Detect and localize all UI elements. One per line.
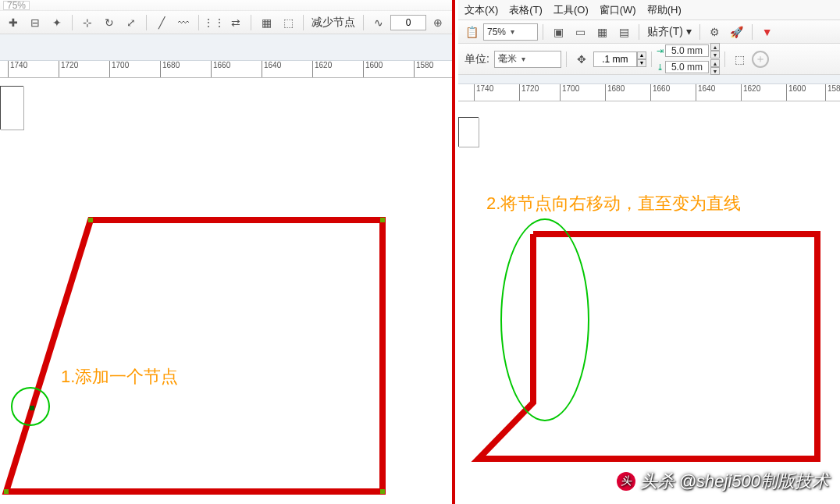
dup-x-row[interactable]: ⇥ 5.0 mm ▲▼: [657, 43, 720, 59]
reflect-h-icon[interactable]: ⇄: [226, 13, 246, 32]
annotation-circle-1: [11, 387, 50, 426]
delete-node-icon[interactable]: ⊟: [25, 13, 45, 32]
tick-label: 1720: [61, 61, 78, 69]
menu-help[interactable]: 帮助(H): [647, 3, 682, 17]
spinner-buttons[interactable]: ▲▼: [710, 43, 720, 59]
nudge-input[interactable]: .1 mm ▲▼: [593, 51, 646, 67]
svg-marker-0: [6, 220, 383, 492]
separator: [543, 24, 543, 40]
zoom-combo-cut[interactable]: 75%: [3, 1, 30, 10]
nudge-icon: ✥: [571, 50, 592, 69]
angle-input[interactable]: 0: [390, 15, 426, 30]
dup-y-icon: ⤓: [657, 62, 664, 73]
unit-combo[interactable]: 毫米 ▾: [494, 51, 561, 68]
canvas-left[interactable]: 1.添加一个节点: [0, 86, 452, 504]
separator: [363, 15, 364, 30]
separator: [198, 15, 199, 30]
app-launcher-icon[interactable]: ▼: [757, 23, 778, 41]
tick-label: 1680: [607, 84, 625, 93]
tab-strip: [0, 34, 452, 61]
ruler-horizontal-right: 1740 1720 1700 1680 1660 1640 1620 1600 …: [458, 84, 840, 101]
snap-dropdown[interactable]: 贴齐(T) ▾: [644, 25, 695, 39]
chevron-down-icon: ▾: [521, 55, 525, 63]
reduce-nodes-button[interactable]: 减少节点: [308, 16, 358, 30]
separator: [303, 15, 304, 30]
add-preset-button[interactable]: ＋: [752, 51, 769, 68]
top-toolbar-partial: 75%: [0, 0, 452, 11]
paste-icon[interactable]: 📋: [461, 23, 482, 41]
zoom-value: 75%: [7, 0, 26, 11]
tick-label: 1720: [521, 84, 539, 93]
separator: [566, 51, 567, 67]
show-rulers-icon[interactable]: ▭: [570, 23, 590, 41]
angle-value: 0: [406, 17, 411, 28]
fullscreen-icon[interactable]: ▣: [548, 23, 568, 41]
ruler-horizontal-left: 1740 1720 1700 1680 1660 1640 1620 1600 …: [0, 61, 452, 78]
nudge-value: .1 mm: [602, 54, 628, 65]
chevron-down-icon: ▾: [511, 27, 514, 36]
show-grid-icon[interactable]: ▦: [592, 23, 612, 41]
canvas-right[interactable]: 2.将节点向右移动，直至变为直线: [458, 117, 840, 504]
spacer: [458, 75, 840, 84]
tick-label: 1600: [788, 84, 806, 93]
tick-label: 1620: [315, 61, 332, 69]
dup-x-icon: ⇥: [657, 46, 664, 56]
tick-label: 1660: [213, 61, 230, 69]
snap-label: 贴齐(T): [647, 25, 683, 37]
tick-label: 1700: [112, 61, 129, 69]
elastic-icon[interactable]: ▦: [256, 13, 276, 32]
svg-rect-3: [380, 489, 385, 494]
options-icon[interactable]: ⊕: [428, 13, 448, 32]
show-guides-icon[interactable]: ▤: [614, 23, 634, 41]
annotation-text-2: 2.将节点向右移动，直至变为直线: [486, 192, 741, 215]
menu-tools[interactable]: 工具(O): [553, 3, 589, 17]
select-all-nodes-icon[interactable]: ⬚: [278, 13, 298, 32]
tick-label: 1660: [653, 84, 670, 93]
treat-as-filled-icon[interactable]: ⬚: [730, 50, 750, 69]
menu-window[interactable]: 窗口(W): [600, 3, 636, 17]
unit-label: 单位:: [461, 52, 493, 66]
dup-x-value: 5.0 mm: [671, 45, 703, 56]
menu-bar: 文本(X) 表格(T) 工具(O) 窗口(W) 帮助(H): [458, 0, 840, 20]
separator: [251, 15, 251, 30]
to-curve-icon[interactable]: 〰: [173, 13, 194, 32]
tick-label: 1740: [476, 84, 493, 93]
extend-icon[interactable]: ⤢: [121, 13, 141, 32]
align-nodes-icon[interactable]: ⋮⋮: [204, 13, 224, 32]
spinner-buttons[interactable]: ▲▼: [710, 59, 720, 75]
svg-rect-4: [4, 489, 9, 494]
tick-label: 1640: [698, 84, 715, 93]
watermark-text: 头杀 @sheji500制版技术: [640, 470, 829, 493]
tick-label: 1620: [743, 84, 760, 93]
watermark-logo-icon: 头: [617, 472, 635, 491]
separator: [639, 24, 639, 40]
zoom-combo[interactable]: 75% ▾: [483, 23, 538, 41]
separator: [72, 15, 73, 30]
menu-text[interactable]: 文本(X): [464, 3, 498, 17]
reverse-icon[interactable]: ↻: [99, 13, 119, 32]
annotation-ellipse-2: [500, 218, 589, 421]
add-node-icon[interactable]: ✚: [3, 13, 23, 32]
menu-table[interactable]: 表格(T): [509, 3, 543, 17]
shape-trapezoid[interactable]: [0, 86, 455, 504]
break-node-icon[interactable]: ⊹: [77, 13, 98, 32]
tick-label: 1680: [162, 61, 180, 69]
join-nodes-icon[interactable]: ✦: [47, 13, 67, 32]
curve-smooth-icon[interactable]: ∿: [368, 13, 389, 32]
node-toolbar: ✚ ⊟ ✦ ⊹ ↻ ⤢ ╱ 〰 ⋮⋮ ⇄ ▦ ⬚ 减少节点 ∿ 0 ⊕: [0, 11, 452, 34]
unit-value: 毫米: [498, 52, 517, 66]
spinner-buttons[interactable]: ▲▼: [637, 51, 646, 67]
dup-y-value: 5.0 mm: [671, 62, 703, 73]
separator: [699, 24, 700, 40]
separator: [651, 51, 652, 67]
svg-rect-2: [380, 218, 385, 222]
dup-y-row[interactable]: ⤓ 5.0 mm ▲▼: [657, 59, 720, 75]
tick-label: 1640: [264, 61, 281, 69]
standard-toolbar: 📋 75% ▾ ▣ ▭ ▦ ▤ 贴齐(T) ▾ ⚙ 🚀 ▼: [458, 20, 840, 44]
to-line-icon[interactable]: ╱: [151, 13, 172, 32]
tick-label: 1740: [10, 61, 27, 69]
separator: [724, 51, 725, 67]
options-icon[interactable]: ⚙: [705, 23, 725, 41]
separator: [752, 24, 753, 40]
launch-icon[interactable]: 🚀: [727, 23, 747, 41]
